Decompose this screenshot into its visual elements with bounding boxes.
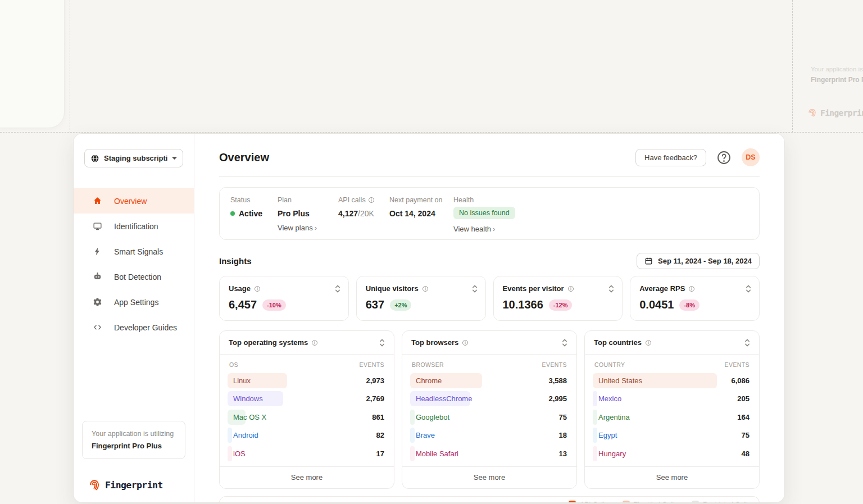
status-dot xyxy=(230,211,235,216)
table-card-top-browsers: Top browsersBROWSEREVENTSChrome3,588Head… xyxy=(402,330,577,489)
info-icon[interactable] xyxy=(311,339,318,346)
row-bar-cell: Android xyxy=(228,428,372,443)
sidebar-item-smart-signals[interactable]: Smart Signals xyxy=(74,239,194,264)
row-label: Egypt xyxy=(593,431,617,439)
metric-card-unique-visitors: Unique visitors637+2% xyxy=(356,276,486,321)
help-icon[interactable] xyxy=(716,150,732,165)
row-events-value: 75 xyxy=(737,431,751,439)
table-row: Argentina164 xyxy=(593,408,751,426)
metric-sort-icon[interactable] xyxy=(608,284,614,293)
info-icon[interactable] xyxy=(645,339,652,346)
sidebar-item-label: Overview xyxy=(114,197,147,206)
row-label: Windows xyxy=(228,394,263,403)
crop-guide-line-right xyxy=(792,0,793,133)
insights-title: Insights xyxy=(219,256,252,266)
metric-card-usage: Usage6,457-10% xyxy=(219,276,349,321)
row-label: HeadlessChrome xyxy=(410,394,472,403)
row-label: Googlebot xyxy=(410,413,449,421)
metric-value: 10.1366 xyxy=(503,298,543,311)
status-column: Status Active xyxy=(230,196,278,233)
feedback-button[interactable]: Have feedback? xyxy=(635,149,706,166)
main-content: Overview Have feedback? DS Status Active… xyxy=(194,134,784,502)
metric-label: Events per visitor xyxy=(503,284,574,293)
next-payment-column: Next payment on Oct 14, 2024 xyxy=(389,196,453,233)
metric-sort-icon[interactable] xyxy=(472,284,478,293)
health-status-badge: No issues found xyxy=(453,207,515,219)
table-card-header: Top browsers xyxy=(402,331,576,355)
info-icon[interactable] xyxy=(688,285,695,292)
metric-sort-icon[interactable] xyxy=(746,284,751,293)
health-label: Health xyxy=(453,196,515,204)
plan-box-line1: Your application is utilizing xyxy=(92,430,176,438)
plan-utilization-box: Your application is utilizing Fingerprin… xyxy=(82,421,185,459)
view-plans-link[interactable]: View plans› xyxy=(278,224,338,232)
metric-value-row: 637+2% xyxy=(366,298,478,311)
table-row: Brave18 xyxy=(410,426,569,445)
row-events-value: 6,086 xyxy=(726,376,751,385)
table-row: Windows2,769 xyxy=(228,390,386,408)
info-icon[interactable] xyxy=(462,339,469,346)
table-column-headers: COUNTRYEVENTS xyxy=(585,355,759,371)
table-title: Top browsers xyxy=(411,338,469,347)
info-icon[interactable] xyxy=(422,285,429,292)
column-header-events: EVENTS xyxy=(725,361,750,368)
table-row: Egypt75 xyxy=(593,426,751,445)
legend-swatch xyxy=(623,501,630,503)
table-row: Linux2,973 xyxy=(228,371,386,390)
fingerprint-icon xyxy=(807,108,817,117)
table-row: Googlebot75 xyxy=(410,408,569,426)
row-bar-cell: Argentina xyxy=(593,410,733,425)
legend-swatch xyxy=(692,501,699,503)
fingerprint-icon xyxy=(88,479,101,491)
see-more-button[interactable]: See more xyxy=(585,466,759,488)
info-icon[interactable] xyxy=(567,285,574,292)
column-header-events: EVENTS xyxy=(360,361,384,368)
metric-value: 637 xyxy=(366,298,384,311)
see-more-button[interactable]: See more xyxy=(402,466,576,488)
sidebar-item-developer-guides[interactable]: Developer Guides xyxy=(74,315,194,340)
table-sort-icon[interactable] xyxy=(379,338,385,347)
row-events-value: 205 xyxy=(733,394,751,403)
metric-value: 0.0451 xyxy=(639,298,674,311)
table-row: HeadlessChrome2,995 xyxy=(410,390,569,408)
row-bar-cell: Googlebot xyxy=(410,410,555,425)
sidebar-item-overview[interactable]: Overview xyxy=(74,188,194,214)
row-events-value: 2,995 xyxy=(544,394,569,403)
table-sort-icon[interactable] xyxy=(744,338,750,347)
table-column-headers: BROWSEREVENTS xyxy=(402,355,576,371)
table-row: Mobile Safari13 xyxy=(410,444,569,463)
metric-sort-icon[interactable] xyxy=(335,284,340,293)
date-range-picker[interactable]: Sep 11, 2024 - Sep 18, 2024 xyxy=(637,253,760,269)
table-row: Hungary48 xyxy=(593,444,751,463)
crop-guide-line-left xyxy=(70,0,70,133)
table-sort-icon[interactable] xyxy=(562,338,567,347)
globe-icon xyxy=(90,154,99,163)
info-icon[interactable] xyxy=(254,285,261,292)
table-row: Mexico205 xyxy=(593,390,751,408)
chart-legend: API CallsThrottled CallsRestricted Calls xyxy=(569,501,750,503)
plan-column: Plan Pro Plus View plans› xyxy=(278,196,338,233)
sidebar-item-app-settings[interactable]: App Settings xyxy=(74,289,194,315)
sidebar-item-label: Smart Signals xyxy=(114,247,163,256)
api-calls-quota: /20K xyxy=(358,209,374,218)
fingerprint-logo: Fingerprint xyxy=(88,479,194,491)
metric-label-text: Events per visitor xyxy=(503,284,564,293)
see-more-button[interactable]: See more xyxy=(220,466,394,488)
table-card-header: Top countries xyxy=(585,331,759,355)
column-header-item: OS xyxy=(229,361,238,368)
table-rows: United States6,086Mexico205Argentina164E… xyxy=(585,371,759,466)
health-column: Health No issues found View health› xyxy=(453,196,515,233)
view-health-link[interactable]: View health› xyxy=(453,225,515,233)
metric-card-header: Average RPS xyxy=(639,284,751,293)
avatar[interactable]: DS xyxy=(742,148,760,166)
metric-card-header: Unique visitors xyxy=(366,284,478,293)
sidebar-item-bot-detection[interactable]: Bot Detection xyxy=(74,264,194,289)
sidebar-item-identification[interactable]: Identification xyxy=(74,214,194,239)
workspace-selector[interactable]: Staging subscriptio... xyxy=(84,149,183,167)
metric-label-text: Usage xyxy=(229,284,251,293)
row-bar-cell: Brave xyxy=(410,428,555,443)
metric-delta-badge: -8% xyxy=(679,299,700,311)
table-column-headers: OSEVENTS xyxy=(220,355,394,371)
info-icon[interactable] xyxy=(368,197,375,203)
table-title: Top operating systems xyxy=(229,338,318,347)
